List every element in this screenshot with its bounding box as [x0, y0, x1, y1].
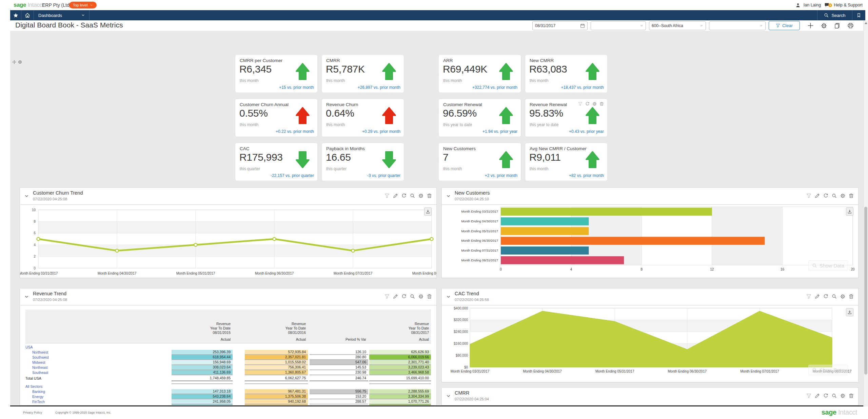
clear-filters-button[interactable]: Clear — [769, 21, 800, 30]
edit-icon[interactable] — [815, 294, 820, 299]
star-icon — [13, 13, 18, 18]
refresh-icon[interactable] — [823, 294, 828, 299]
table-row — [20, 381, 436, 384]
bookmark-button[interactable] — [852, 10, 865, 20]
edit-icon[interactable] — [815, 393, 820, 398]
kpi-card-new-cmrr: New CMRRR63,083this month+18,437 vs. pri… — [525, 55, 608, 93]
filter-icon[interactable] — [806, 193, 811, 198]
privacy-policy-link[interactable]: Privacy Policy — [23, 411, 42, 414]
row-label[interactable]: Banking — [32, 390, 45, 394]
zoom-icon[interactable] — [410, 294, 415, 299]
zoom-icon[interactable] — [832, 393, 837, 398]
revenue-column-header: Period % Var — [310, 310, 368, 343]
row-label[interactable]: FinTech — [32, 400, 45, 404]
kpi-title: ARR — [443, 58, 453, 63]
delete-icon[interactable] — [849, 294, 854, 299]
panel-title: CAC Trend — [455, 291, 479, 296]
panel-customer-churn-trend: Customer Churn Trend 07/22/2020 04:25:08… — [20, 187, 437, 278]
row-label[interactable]: Northwest — [32, 350, 48, 354]
delete-icon[interactable] — [427, 193, 432, 198]
show-data-watermark[interactable]: Show Data — [808, 260, 848, 271]
widget-settings-icon[interactable] — [18, 60, 22, 64]
download-chart-button[interactable] — [846, 308, 853, 316]
table-cell: 145.53 — [310, 365, 368, 370]
dashboard-settings-button[interactable] — [821, 23, 827, 29]
duplicate-dashboard-button[interactable] — [834, 23, 840, 29]
refresh-icon[interactable] — [823, 193, 828, 198]
kpi-arrow-up-icon — [499, 151, 513, 168]
row-label[interactable]: Southwest — [32, 355, 49, 359]
filter-icon[interactable] — [578, 102, 583, 106]
filter-select-2[interactable] — [591, 21, 646, 30]
row-label[interactable]: All Sectors — [25, 384, 42, 388]
svg-text:16: 16 — [781, 267, 785, 271]
dashboards-menu[interactable]: Dashboards — [34, 10, 90, 20]
zoom-icon[interactable] — [410, 193, 415, 198]
refresh-icon[interactable] — [401, 193, 407, 198]
delete-icon[interactable] — [427, 294, 432, 299]
kpi-arrow-down-icon — [295, 151, 310, 168]
row-total-label: Total USA — [25, 376, 41, 380]
user-name[interactable]: Ian Laing — [804, 3, 821, 7]
kpi-title: Revenue Churn — [326, 102, 358, 107]
scrollbar-thumb[interactable] — [864, 207, 867, 375]
settings-icon[interactable] — [840, 294, 845, 299]
settings-icon[interactable] — [592, 102, 597, 106]
row-label[interactable]: Northeast — [32, 365, 48, 370]
delete-icon[interactable] — [599, 102, 604, 106]
row-label[interactable]: Energy — [32, 395, 43, 399]
nav-spacer — [90, 10, 817, 20]
edit-icon[interactable] — [815, 193, 820, 198]
home-button[interactable] — [21, 10, 34, 20]
entity-selector[interactable]: Top level — [69, 2, 97, 8]
kpi-arrow-up-icon — [585, 151, 600, 168]
move-widget-icon[interactable] — [12, 60, 16, 64]
favorites-button[interactable] — [10, 10, 21, 20]
chevron-down-icon — [760, 24, 763, 27]
refresh-icon[interactable] — [823, 393, 828, 398]
refresh-icon[interactable] — [401, 294, 407, 299]
download-chart-button[interactable] — [424, 207, 432, 216]
filter-icon[interactable] — [806, 393, 811, 398]
kpi-value: R6,345 — [239, 63, 272, 75]
collapse-icon[interactable] — [446, 394, 451, 398]
settings-icon[interactable] — [418, 294, 423, 299]
print-button[interactable] — [847, 22, 854, 29]
add-component-button[interactable] — [807, 22, 814, 29]
edit-icon[interactable] — [393, 193, 398, 198]
search-button[interactable]: Search — [817, 10, 852, 20]
collapse-icon[interactable] — [24, 295, 29, 299]
delete-icon[interactable] — [849, 393, 854, 398]
filter-icon[interactable] — [806, 294, 811, 299]
zoom-icon[interactable] — [832, 294, 837, 299]
row-label[interactable]: Midwest — [32, 360, 45, 364]
collapse-icon[interactable] — [24, 194, 29, 198]
zoom-icon[interactable] — [832, 193, 837, 198]
settings-icon[interactable] — [840, 193, 845, 198]
refresh-icon[interactable] — [585, 102, 590, 106]
settings-icon[interactable] — [418, 193, 423, 198]
show-data-watermark[interactable]: Show Data — [808, 365, 848, 375]
scroll-up-arrow[interactable] — [865, 22, 867, 24]
vertical-scrollbar[interactable] — [863, 20, 868, 406]
date-filter-input[interactable]: 08/31/2017 — [532, 21, 588, 30]
filter-icon[interactable] — [384, 193, 390, 198]
row-label[interactable]: USA — [25, 345, 33, 349]
location-filter-select[interactable]: 600--South Africa — [649, 21, 706, 30]
edit-icon[interactable] — [393, 294, 398, 299]
collapse-icon[interactable] — [446, 295, 451, 299]
help-support-link[interactable]: Help & Support — [834, 3, 863, 7]
download-chart-button[interactable] — [846, 207, 853, 216]
kpi-title: CMRR — [326, 58, 340, 63]
filter-select-4[interactable] — [709, 21, 766, 30]
row-label[interactable]: Southeast — [32, 371, 48, 375]
delete-icon[interactable] — [849, 193, 854, 198]
settings-icon[interactable] — [840, 393, 845, 398]
table-cell: 288.57 — [310, 399, 368, 404]
collapse-icon[interactable] — [446, 194, 451, 198]
notifications-button[interactable]: 1 — [824, 2, 831, 8]
table-cell: 6,062,627.75 — [245, 375, 308, 381]
panel-toolbar — [806, 393, 854, 398]
filter-icon[interactable] — [384, 294, 390, 299]
kpi-delta: +0.22 vs. prior month — [276, 129, 314, 134]
